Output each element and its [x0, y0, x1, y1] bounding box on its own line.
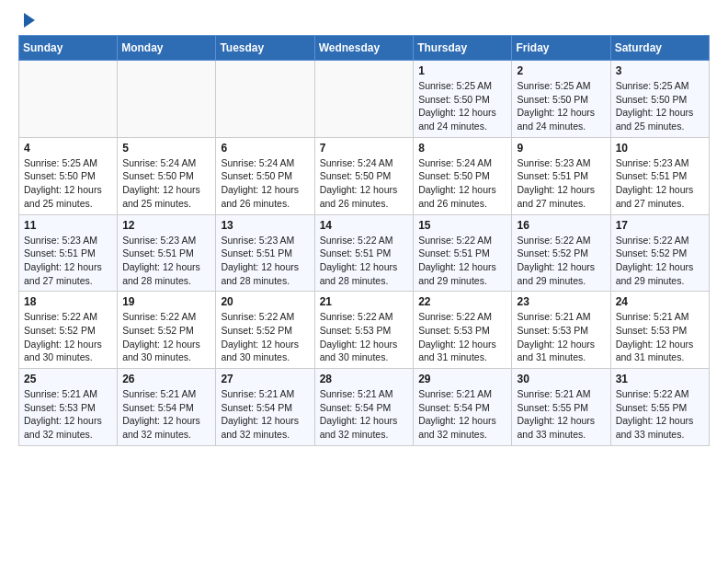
day-info: Sunrise: 5:21 AM Sunset: 5:54 PM Dayligh… — [221, 387, 309, 442]
day-number: 21 — [320, 295, 409, 308]
day-number: 27 — [221, 373, 309, 385]
calendar-cell: 5Sunrise: 5:24 AM Sunset: 5:50 PM Daylig… — [118, 137, 216, 214]
calendar-cell — [118, 61, 216, 138]
day-number: 24 — [616, 295, 704, 308]
calendar-cell: 30Sunrise: 5:21 AM Sunset: 5:55 PM Dayli… — [512, 369, 610, 446]
day-info: Sunrise: 5:22 AM Sunset: 5:53 PM Dayligh… — [418, 310, 506, 364]
day-info: Sunrise: 5:25 AM Sunset: 5:50 PM Dayligh… — [24, 156, 112, 211]
calendar-cell: 24Sunrise: 5:21 AM Sunset: 5:53 PM Dayli… — [610, 292, 709, 369]
calendar-cell: 10Sunrise: 5:23 AM Sunset: 5:51 PM Dayli… — [610, 137, 709, 214]
page-header — [18, 15, 710, 28]
day-info: Sunrise: 5:21 AM Sunset: 5:54 PM Dayligh… — [320, 387, 409, 442]
day-number: 31 — [616, 373, 704, 385]
calendar-cell: 16Sunrise: 5:22 AM Sunset: 5:52 PM Dayli… — [512, 214, 610, 292]
day-info: Sunrise: 5:25 AM Sunset: 5:50 PM Dayligh… — [616, 79, 704, 133]
day-number: 30 — [517, 373, 605, 385]
day-number: 26 — [122, 373, 210, 385]
logo-arrow-icon — [24, 13, 35, 28]
day-header-saturday: Saturday — [610, 36, 709, 61]
day-number: 20 — [221, 295, 309, 308]
calendar-cell: 6Sunrise: 5:24 AM Sunset: 5:50 PM Daylig… — [216, 137, 314, 214]
day-number: 12 — [122, 219, 210, 232]
day-number: 3 — [616, 64, 704, 77]
calendar-cell: 14Sunrise: 5:22 AM Sunset: 5:51 PM Dayli… — [314, 214, 414, 292]
calendar-cell: 27Sunrise: 5:21 AM Sunset: 5:54 PM Dayli… — [216, 369, 314, 446]
day-info: Sunrise: 5:24 AM Sunset: 5:50 PM Dayligh… — [418, 156, 506, 211]
day-number: 11 — [24, 219, 112, 232]
day-number: 4 — [24, 142, 112, 155]
day-header-thursday: Thursday — [414, 36, 512, 61]
calendar-week-4: 18Sunrise: 5:22 AM Sunset: 5:52 PM Dayli… — [19, 292, 710, 369]
calendar-cell: 2Sunrise: 5:25 AM Sunset: 5:50 PM Daylig… — [512, 61, 610, 138]
day-header-tuesday: Tuesday — [216, 36, 314, 61]
day-number: 29 — [418, 373, 506, 385]
day-info: Sunrise: 5:22 AM Sunset: 5:53 PM Dayligh… — [320, 310, 409, 364]
calendar-cell — [314, 61, 414, 138]
day-info: Sunrise: 5:21 AM Sunset: 5:53 PM Dayligh… — [517, 310, 605, 364]
calendar-cell: 8Sunrise: 5:24 AM Sunset: 5:50 PM Daylig… — [414, 137, 512, 214]
logo — [18, 15, 35, 28]
calendar-cell: 9Sunrise: 5:23 AM Sunset: 5:51 PM Daylig… — [512, 137, 610, 214]
calendar-cell: 17Sunrise: 5:22 AM Sunset: 5:52 PM Dayli… — [610, 214, 709, 292]
calendar-cell — [19, 61, 118, 138]
calendar-cell: 29Sunrise: 5:21 AM Sunset: 5:54 PM Dayli… — [414, 369, 512, 446]
day-info: Sunrise: 5:24 AM Sunset: 5:50 PM Dayligh… — [320, 156, 409, 211]
calendar-cell: 25Sunrise: 5:21 AM Sunset: 5:53 PM Dayli… — [19, 369, 118, 446]
day-number: 15 — [418, 219, 506, 232]
day-info: Sunrise: 5:22 AM Sunset: 5:52 PM Dayligh… — [221, 310, 309, 364]
calendar-cell: 12Sunrise: 5:23 AM Sunset: 5:51 PM Dayli… — [118, 214, 216, 292]
calendar-cell: 11Sunrise: 5:23 AM Sunset: 5:51 PM Dayli… — [19, 214, 118, 292]
day-header-wednesday: Wednesday — [314, 36, 414, 61]
day-number: 19 — [122, 295, 210, 308]
day-number: 5 — [122, 142, 210, 155]
day-info: Sunrise: 5:23 AM Sunset: 5:51 PM Dayligh… — [616, 156, 704, 211]
day-info: Sunrise: 5:22 AM Sunset: 5:55 PM Dayligh… — [616, 387, 704, 442]
calendar-cell: 4Sunrise: 5:25 AM Sunset: 5:50 PM Daylig… — [19, 137, 118, 214]
day-number: 28 — [320, 373, 409, 385]
day-info: Sunrise: 5:21 AM Sunset: 5:55 PM Dayligh… — [517, 387, 605, 442]
calendar-week-3: 11Sunrise: 5:23 AM Sunset: 5:51 PM Dayli… — [19, 214, 710, 292]
day-info: Sunrise: 5:23 AM Sunset: 5:51 PM Dayligh… — [517, 156, 605, 211]
day-info: Sunrise: 5:22 AM Sunset: 5:52 PM Dayligh… — [24, 310, 112, 364]
day-number: 22 — [418, 295, 506, 308]
day-info: Sunrise: 5:24 AM Sunset: 5:50 PM Dayligh… — [221, 156, 309, 211]
calendar-cell — [216, 61, 314, 138]
day-number: 13 — [221, 219, 309, 232]
calendar-cell: 15Sunrise: 5:22 AM Sunset: 5:51 PM Dayli… — [414, 214, 512, 292]
day-number: 10 — [616, 142, 704, 155]
calendar-cell: 1Sunrise: 5:25 AM Sunset: 5:50 PM Daylig… — [414, 61, 512, 138]
calendar-cell: 23Sunrise: 5:21 AM Sunset: 5:53 PM Dayli… — [512, 292, 610, 369]
day-number: 18 — [24, 295, 112, 308]
day-number: 16 — [517, 219, 605, 232]
day-header-monday: Monday — [118, 36, 216, 61]
day-info: Sunrise: 5:25 AM Sunset: 5:50 PM Dayligh… — [418, 79, 506, 133]
day-info: Sunrise: 5:21 AM Sunset: 5:54 PM Dayligh… — [418, 387, 506, 442]
day-number: 17 — [616, 219, 704, 232]
day-info: Sunrise: 5:21 AM Sunset: 5:53 PM Dayligh… — [616, 310, 704, 364]
calendar-cell: 31Sunrise: 5:22 AM Sunset: 5:55 PM Dayli… — [610, 369, 709, 446]
day-info: Sunrise: 5:23 AM Sunset: 5:51 PM Dayligh… — [122, 234, 210, 288]
day-number: 23 — [517, 295, 605, 308]
calendar-cell: 7Sunrise: 5:24 AM Sunset: 5:50 PM Daylig… — [314, 137, 414, 214]
calendar-cell: 21Sunrise: 5:22 AM Sunset: 5:53 PM Dayli… — [314, 292, 414, 369]
day-info: Sunrise: 5:22 AM Sunset: 5:52 PM Dayligh… — [122, 310, 210, 364]
day-info: Sunrise: 5:24 AM Sunset: 5:50 PM Dayligh… — [122, 156, 210, 211]
day-number: 1 — [418, 64, 506, 77]
day-info: Sunrise: 5:23 AM Sunset: 5:51 PM Dayligh… — [24, 234, 112, 288]
calendar-week-1: 1Sunrise: 5:25 AM Sunset: 5:50 PM Daylig… — [19, 61, 710, 138]
day-info: Sunrise: 5:22 AM Sunset: 5:52 PM Dayligh… — [517, 234, 605, 288]
calendar-week-5: 25Sunrise: 5:21 AM Sunset: 5:53 PM Dayli… — [19, 369, 710, 446]
calendar-cell: 13Sunrise: 5:23 AM Sunset: 5:51 PM Dayli… — [216, 214, 314, 292]
day-info: Sunrise: 5:21 AM Sunset: 5:53 PM Dayligh… — [24, 387, 112, 442]
calendar-cell: 26Sunrise: 5:21 AM Sunset: 5:54 PM Dayli… — [118, 369, 216, 446]
calendar-cell: 18Sunrise: 5:22 AM Sunset: 5:52 PM Dayli… — [19, 292, 118, 369]
day-number: 7 — [320, 142, 409, 155]
day-info: Sunrise: 5:22 AM Sunset: 5:51 PM Dayligh… — [320, 234, 409, 288]
day-header-sunday: Sunday — [19, 36, 118, 61]
day-number: 14 — [320, 219, 409, 232]
day-info: Sunrise: 5:23 AM Sunset: 5:51 PM Dayligh… — [221, 234, 309, 288]
calendar-cell: 20Sunrise: 5:22 AM Sunset: 5:52 PM Dayli… — [216, 292, 314, 369]
calendar-cell: 28Sunrise: 5:21 AM Sunset: 5:54 PM Dayli… — [314, 369, 414, 446]
day-info: Sunrise: 5:21 AM Sunset: 5:54 PM Dayligh… — [122, 387, 210, 442]
day-number: 8 — [418, 142, 506, 155]
